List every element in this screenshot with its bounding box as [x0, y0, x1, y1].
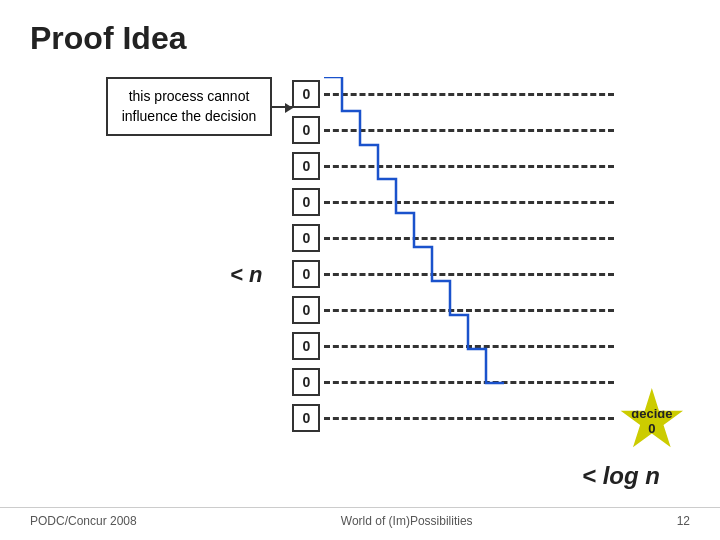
zero-box: 0 — [292, 188, 320, 216]
table-row: 0 — [292, 329, 614, 363]
decide-badge: decide 0 — [619, 388, 684, 453]
process-box: this process cannotinfluence the decisio… — [106, 77, 273, 136]
arrow-right-icon — [270, 106, 292, 108]
zero-box: 0 — [292, 80, 320, 108]
dashed-line — [324, 309, 614, 312]
footer-right: 12 — [677, 514, 690, 528]
rows-container: 0000000000 — [292, 77, 614, 435]
log-n-label: < log n — [582, 462, 660, 490]
dashed-line — [324, 345, 614, 348]
slide: Proof Idea this process cannotinfluence … — [0, 0, 720, 540]
zero-box: 0 — [292, 368, 320, 396]
process-label: this process cannotinfluence the decisio… — [122, 88, 257, 124]
dashed-line — [324, 237, 614, 240]
zero-box: 0 — [292, 260, 320, 288]
decide-value: 0 — [648, 421, 655, 436]
table-row: 0 — [292, 149, 614, 183]
table-row: 0 — [292, 401, 614, 435]
table-row: 0 — [292, 77, 614, 111]
dashed-line — [324, 273, 614, 276]
dashed-line — [324, 93, 614, 96]
table-row: 0 — [292, 293, 614, 327]
dashed-line — [324, 165, 614, 168]
less-n-label: < n — [230, 262, 262, 288]
zero-box: 0 — [292, 116, 320, 144]
main-content: this process cannotinfluence the decisio… — [30, 77, 690, 435]
zero-box: 0 — [292, 404, 320, 432]
zero-box: 0 — [292, 152, 320, 180]
dashed-line — [324, 201, 614, 204]
table-row: 0 — [292, 185, 614, 219]
dashed-line — [324, 417, 614, 420]
table-row: 0 — [292, 365, 614, 399]
dashed-line — [324, 381, 614, 384]
zero-box: 0 — [292, 296, 320, 324]
decide-label: decide — [631, 406, 672, 421]
dashed-line — [324, 129, 614, 132]
table-row: 0 — [292, 257, 614, 291]
table-row: 0 — [292, 221, 614, 255]
table-row: 0 — [292, 113, 614, 147]
slide-title: Proof Idea — [30, 20, 690, 57]
footer-center: World of (Im)Possibilities — [341, 514, 473, 528]
right-section: 0000000000 decide 0 — [292, 77, 614, 435]
footer: PODC/Concur 2008 World of (Im)Possibilit… — [0, 507, 720, 528]
zero-box: 0 — [292, 332, 320, 360]
left-section: this process cannotinfluence the decisio… — [106, 77, 273, 288]
zero-box: 0 — [292, 224, 320, 252]
footer-left: PODC/Concur 2008 — [30, 514, 137, 528]
